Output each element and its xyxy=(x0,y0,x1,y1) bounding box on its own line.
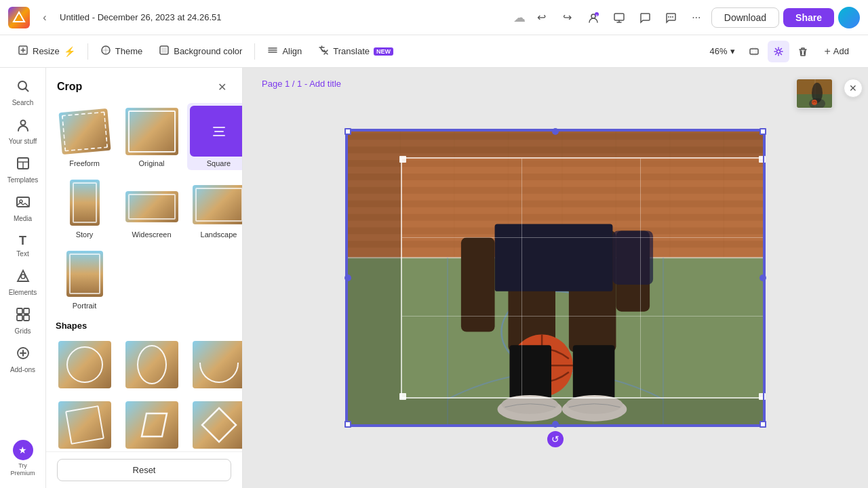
premium-icon: ★ xyxy=(13,440,33,460)
download-button[interactable]: Download xyxy=(711,7,779,28)
undo-button[interactable]: ↩ xyxy=(531,7,553,28)
shape-bowl[interactable] xyxy=(187,336,242,392)
redo-button[interactable]: ↪ xyxy=(557,7,578,28)
crop-story[interactable]: Story xyxy=(53,174,116,241)
resize-button[interactable]: Resize ⚡ xyxy=(11,41,82,62)
user-permissions-button[interactable]: + xyxy=(583,7,604,28)
rotation-handle[interactable]: ↺ xyxy=(547,431,564,447)
svg-rect-45 xyxy=(347,146,764,153)
crop-original[interactable]: Original xyxy=(120,103,183,170)
share-feedback-button[interactable] xyxy=(660,7,682,28)
crop-landscape[interactable]: Landscape xyxy=(187,174,242,241)
svg-rect-29 xyxy=(24,308,29,314)
crop-widescreen-label: Widescreen xyxy=(132,230,171,239)
sidebar-label-text: Text xyxy=(16,250,28,258)
present-button[interactable] xyxy=(608,7,630,28)
svg-rect-69 xyxy=(461,237,495,331)
crop-thumb-portrait xyxy=(56,248,113,299)
svg-rect-16 xyxy=(750,49,758,54)
sidebar-item-add-ons[interactable]: Add-ons xyxy=(3,340,43,379)
sidebar-item-templates[interactable]: Templates xyxy=(3,150,43,189)
crop-story-label: Story xyxy=(76,230,94,239)
align-button[interactable]: Align xyxy=(260,41,309,62)
crop-portrait-grid: Portrait xyxy=(53,245,235,312)
crop-square[interactable]: Square xyxy=(187,103,242,170)
theme-button[interactable]: Theme xyxy=(94,41,149,62)
sidebar-item-premium[interactable]: ★ TryPremium xyxy=(3,434,43,483)
svg-point-8 xyxy=(672,16,673,18)
toolbar-right: 46% ▾ + Add xyxy=(704,41,857,62)
comment-button[interactable] xyxy=(634,7,656,28)
crop-type-grid: Freeform Original xyxy=(53,103,235,170)
share-button[interactable]: Share xyxy=(783,8,834,27)
shape-circle[interactable] xyxy=(53,336,116,392)
reset-button[interactable]: Reset xyxy=(57,459,231,481)
crop-panel-close-button[interactable]: ✕ xyxy=(212,77,231,96)
delete-button[interactable] xyxy=(792,41,814,62)
close-panel-button[interactable]: ✕ xyxy=(844,79,863,98)
crop-original-label: Original xyxy=(139,159,165,167)
thumbnail-image xyxy=(797,79,832,108)
add-title-link[interactable]: Add title xyxy=(309,79,341,89)
more-options-button[interactable]: ··· xyxy=(686,7,707,28)
avatar[interactable] xyxy=(838,7,860,28)
your-stuff-icon xyxy=(16,117,31,136)
crop-thumb-original xyxy=(123,106,180,157)
app-logo[interactable] xyxy=(8,7,30,28)
shapes-grid-1 xyxy=(53,336,235,392)
svg-rect-68 xyxy=(495,224,613,291)
sidebar-item-search[interactable]: Search xyxy=(3,73,43,112)
shape-parallelogram[interactable] xyxy=(120,396,183,451)
crop-freeform[interactable]: Freeform xyxy=(53,103,116,170)
canvas-area: Page 1 / 1 - Add title xyxy=(243,68,868,488)
text-icon: T xyxy=(16,233,31,248)
main-layout: Search Your stuff Templates xyxy=(0,68,868,488)
crop-panel: Crop ✕ Freeform xyxy=(46,68,243,488)
sidebar-label-media: Media xyxy=(14,215,32,222)
media-icon xyxy=(16,195,31,213)
grid-settings-button[interactable] xyxy=(768,41,789,62)
svg-rect-71 xyxy=(612,230,653,284)
svg-marker-36 xyxy=(202,408,236,442)
shape-thumb-tilted-rect xyxy=(56,399,113,450)
crop-thumb-story xyxy=(56,177,113,228)
topbar-actions: ↩ ↪ + xyxy=(531,7,860,28)
shape-oval[interactable] xyxy=(120,336,183,392)
plus-icon: + xyxy=(825,45,831,58)
shape-thumb-circle xyxy=(56,339,113,390)
shape-tilted-rect[interactable] xyxy=(53,396,116,451)
svg-rect-50 xyxy=(347,214,764,221)
sidebar-label-grids: Grids xyxy=(15,327,31,335)
back-button[interactable]: ‹ xyxy=(35,8,54,27)
sidebar-item-grids[interactable]: Grids xyxy=(3,302,43,340)
svg-point-7 xyxy=(668,16,669,18)
crop-freeform-label: Freeform xyxy=(69,159,100,167)
sidebar-item-elements[interactable]: Elements xyxy=(3,263,43,302)
crop-thumb-widescreen xyxy=(123,177,180,228)
svg-rect-28 xyxy=(17,308,22,314)
sidebar-item-your-stuff[interactable]: Your stuff xyxy=(3,112,43,150)
bg-color-icon xyxy=(159,45,170,58)
sidebar-label-elements: Elements xyxy=(9,289,37,296)
svg-rect-49 xyxy=(347,201,764,207)
shapes-grid-2 xyxy=(53,396,235,451)
shape-diamond[interactable] xyxy=(187,396,242,451)
sidebar-item-text[interactable]: T Text xyxy=(3,228,43,263)
sidebar-label-add-ons: Add-ons xyxy=(10,366,35,373)
add-button[interactable]: + Add xyxy=(816,41,857,62)
sidebar-item-media[interactable]: Media xyxy=(3,189,43,228)
translate-icon xyxy=(318,45,329,58)
fit-to-screen-button[interactable] xyxy=(743,41,765,62)
crop-widescreen[interactable]: Widescreen xyxy=(120,174,183,241)
translate-button[interactable]: Translate NEW xyxy=(311,41,400,62)
cloud-save-icon[interactable]: ☁ xyxy=(513,10,526,25)
svg-point-79 xyxy=(502,395,558,414)
crop-portrait[interactable]: Portrait xyxy=(53,245,116,312)
svg-rect-48 xyxy=(347,187,764,194)
crop-thumb-landscape xyxy=(190,177,242,228)
svg-rect-5 xyxy=(614,14,624,20)
sidebar-label-templates: Templates xyxy=(7,176,39,184)
canvas-image[interactable] xyxy=(345,129,766,427)
zoom-control[interactable]: 46% ▾ xyxy=(704,43,740,59)
background-color-button[interactable]: Background color xyxy=(152,41,249,62)
